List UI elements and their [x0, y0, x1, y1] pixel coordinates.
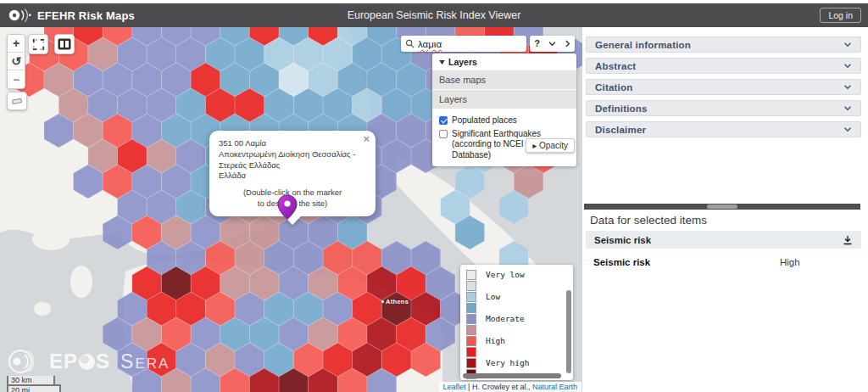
search-icon	[405, 39, 415, 48]
measure-button[interactable]	[7, 92, 27, 110]
attribution-text: | H. Crowley et al.,	[468, 383, 530, 391]
help-button[interactable]: ?	[534, 39, 540, 48]
ruler-icon	[10, 95, 24, 107]
accordion-citation[interactable]: Citation	[586, 79, 861, 95]
layers-panel-header[interactable]: Layers	[432, 53, 576, 70]
leaflet-link[interactable]: Leaflet	[443, 383, 466, 391]
seismic-risk-value-row: Seismic risk High	[586, 255, 861, 270]
seismic-risk-group-row[interactable]: Seismic risk	[586, 231, 861, 249]
caret-right-icon: ▸	[532, 141, 537, 150]
legend-swatch	[466, 303, 476, 313]
forward-button[interactable]	[565, 40, 570, 48]
search-box[interactable]: λαμια	[401, 36, 526, 52]
legend-swatch	[466, 281, 476, 291]
sera-logo: SERA	[120, 350, 170, 373]
chevron-down-icon	[843, 127, 852, 132]
legend-item	[466, 324, 573, 335]
legend-item: Very high	[466, 357, 573, 368]
columns-icon	[58, 38, 71, 50]
splitter-handle[interactable]	[707, 204, 737, 209]
natural-earth-link[interactable]: Natural Earth	[532, 383, 577, 391]
zoom-out-button[interactable]: −	[8, 70, 25, 88]
legend-swatch	[466, 270, 476, 280]
legend-horizontal-scrollbar[interactable]	[463, 373, 561, 378]
partner-logos: EPS SERA	[7, 346, 170, 377]
split-view-button[interactable]	[54, 34, 75, 54]
info-panel: General information Abstract Citation De…	[583, 27, 868, 392]
city-label-athens: Athens	[381, 298, 409, 305]
accordion-list: General information Abstract Citation De…	[583, 27, 868, 137]
map-scale-control: 30 km 20 mi	[7, 376, 61, 392]
chevron-down-icon	[843, 42, 852, 48]
accordion-definitions[interactable]: Definitions	[586, 100, 861, 116]
pin-icon	[276, 193, 298, 221]
legend-item: Moderate	[466, 313, 573, 324]
legend-label: Moderate	[486, 314, 525, 323]
efehr-logo-icon	[7, 6, 32, 25]
scale-mi: 20 mi	[7, 384, 61, 392]
opacity-button[interactable]: ▸ Opacity	[526, 138, 575, 153]
chevron-down-icon	[548, 42, 556, 47]
chevron-right-icon	[565, 40, 570, 48]
legend-item: Low	[466, 291, 573, 302]
legend-swatch	[466, 325, 476, 335]
legend-swatch	[466, 347, 476, 357]
search-input[interactable]: λαμια	[418, 39, 442, 49]
legend-item	[466, 280, 573, 291]
legend-label: Low	[486, 292, 500, 301]
legend-label: Very low	[486, 270, 525, 279]
layers-section[interactable]: Layers	[432, 90, 576, 109]
epos-logo: EPS	[49, 350, 110, 373]
fullscreen-icon	[32, 38, 45, 51]
header-bar: EFEHR Risk Maps European Seismic Risk In…	[0, 3, 868, 27]
base-maps-section[interactable]: Base maps	[432, 70, 576, 89]
significant-earthquakes-checkbox[interactable]	[439, 130, 448, 138]
data-section-title: Data for selected items	[590, 214, 707, 227]
popup-region-line: Αποκεντρωμένη Διοίκηση Θεσσαλίας - Στερε…	[219, 149, 366, 171]
map-attribution: Leaflet | H. Crowley et al., Natural Ear…	[439, 382, 581, 392]
app-window: EFEHR Risk Maps European Seismic Risk In…	[0, 0, 868, 392]
legend-item	[466, 302, 573, 313]
populated-places-checkbox[interactable]	[439, 116, 448, 125]
zoom-in-button[interactable]: +	[8, 35, 25, 53]
site-marker-pin[interactable]	[276, 193, 298, 221]
search-help-group: ?	[530, 36, 575, 52]
legend-vertical-scrollbar[interactable]	[566, 290, 571, 373]
chevron-down-icon	[843, 106, 852, 111]
popup-close-icon[interactable]: ×	[363, 133, 370, 144]
legend-label: High	[486, 336, 505, 345]
collapse-button[interactable]	[548, 42, 556, 47]
risk-legend: Very lowLowModerateHighVery high	[460, 265, 573, 380]
legend-item	[466, 346, 573, 357]
legend-swatch	[466, 336, 476, 346]
popup-postal-line: 351 00 Λαμία	[219, 138, 366, 149]
seismic-risk-value: High	[780, 257, 800, 267]
caret-down-icon	[439, 60, 445, 64]
legend-item: Very low	[466, 269, 573, 280]
app-brand: EFEHR Risk Maps	[37, 9, 135, 22]
map-canvas[interactable]: Athens + ↺ −	[0, 27, 582, 392]
download-icon[interactable]	[843, 235, 853, 245]
legend-swatch	[466, 314, 476, 324]
reset-view-button[interactable]: ↺	[8, 53, 25, 70]
chevron-down-icon	[843, 85, 852, 90]
chevron-down-icon	[843, 64, 852, 69]
zoom-control: + ↺ −	[7, 34, 25, 89]
accordion-abstract[interactable]: Abstract	[586, 58, 861, 74]
legend-swatch	[466, 292, 476, 302]
popup-country-line: Ελλάδα	[219, 171, 366, 182]
login-button[interactable]: Log in	[820, 8, 861, 23]
legend-rows: Very lowLowModerateHighVery high	[466, 269, 573, 379]
panel-splitter[interactable]	[584, 204, 860, 210]
epos-o-glyph	[79, 354, 95, 370]
accordion-general-information[interactable]: General information	[586, 36, 861, 53]
populated-place-dot	[381, 300, 384, 303]
legend-label: Very high	[486, 358, 529, 367]
accordion-disclaimer[interactable]: Disclaimer	[586, 121, 861, 137]
legend-swatch	[466, 358, 476, 368]
layer-populated-places[interactable]: Populated places	[439, 115, 570, 126]
efehr-watermark-icon	[7, 346, 39, 377]
legend-item: High	[466, 335, 573, 346]
fullscreen-button[interactable]	[28, 34, 48, 54]
